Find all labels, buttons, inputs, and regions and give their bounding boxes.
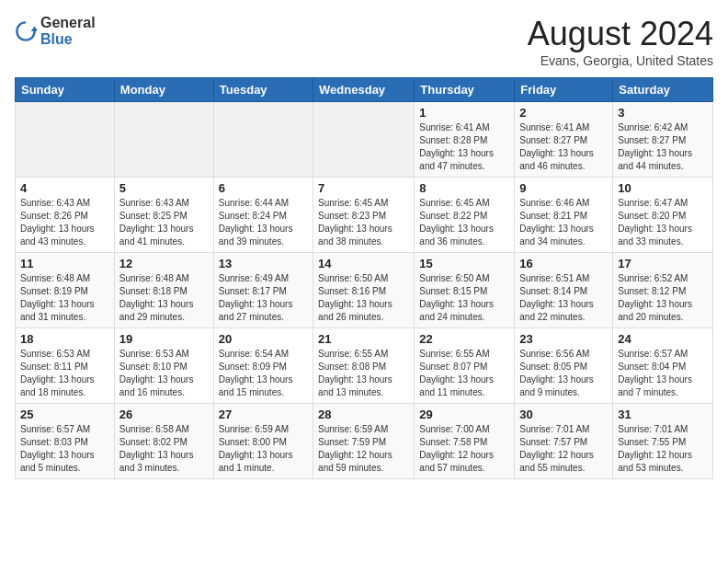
- day-info: Sunrise: 6:46 AMSunset: 8:21 PMDaylight:…: [519, 197, 608, 248]
- day-number: 26: [119, 408, 209, 421]
- day-info: Sunrise: 7:01 AMSunset: 7:57 PMDaylight:…: [519, 423, 608, 475]
- day-info: Sunrise: 6:43 AMSunset: 8:26 PMDaylight:…: [20, 197, 109, 248]
- day-number: 17: [618, 257, 708, 270]
- day-info: Sunrise: 6:57 AMSunset: 8:03 PMDaylight:…: [20, 423, 109, 475]
- day-info: Sunrise: 6:55 AMSunset: 8:08 PMDaylight:…: [318, 348, 409, 399]
- day-number: 12: [119, 257, 209, 270]
- calendar-week-row: 4Sunrise: 6:43 AMSunset: 8:26 PMDaylight…: [16, 178, 713, 253]
- calendar-cell: 11Sunrise: 6:48 AMSunset: 8:19 PMDayligh…: [16, 253, 115, 328]
- calendar-cell: 28Sunrise: 6:59 AMSunset: 7:59 PMDayligh…: [313, 404, 415, 479]
- day-number: 3: [618, 106, 708, 120]
- day-info: Sunrise: 6:53 AMSunset: 8:11 PMDaylight:…: [20, 348, 109, 399]
- day-number: 19: [119, 332, 209, 346]
- day-number: 22: [419, 332, 509, 346]
- day-info: Sunrise: 6:57 AMSunset: 8:04 PMDaylight:…: [618, 348, 708, 399]
- day-number: 11: [20, 257, 109, 270]
- day-number: 10: [618, 181, 708, 195]
- calendar-cell: 20Sunrise: 6:54 AMSunset: 8:09 PMDayligh…: [213, 328, 313, 404]
- month-title: August 2024: [528, 15, 713, 53]
- calendar-cell: 16Sunrise: 6:51 AMSunset: 8:14 PMDayligh…: [515, 253, 613, 328]
- calendar-cell: 7Sunrise: 6:45 AMSunset: 8:23 PMDaylight…: [313, 178, 415, 253]
- day-number: 23: [519, 332, 608, 346]
- calendar-cell: 23Sunrise: 6:56 AMSunset: 8:05 PMDayligh…: [515, 328, 613, 404]
- day-number: 13: [219, 257, 308, 270]
- calendar-cell: 19Sunrise: 6:53 AMSunset: 8:10 PMDayligh…: [114, 328, 213, 404]
- column-header-monday: Monday: [114, 78, 213, 102]
- calendar-cell: 25Sunrise: 6:57 AMSunset: 8:03 PMDayligh…: [16, 404, 115, 479]
- calendar-header-row: SundayMondayTuesdayWednesdayThursdayFrid…: [16, 78, 713, 102]
- calendar-cell: 12Sunrise: 6:48 AMSunset: 8:18 PMDayligh…: [114, 253, 213, 328]
- day-info: Sunrise: 6:43 AMSunset: 8:25 PMDaylight:…: [119, 197, 209, 248]
- calendar-cell: 29Sunrise: 7:00 AMSunset: 7:58 PMDayligh…: [415, 404, 515, 479]
- location: Evans, Georgia, United States: [528, 53, 713, 68]
- calendar-cell: 8Sunrise: 6:45 AMSunset: 8:22 PMDaylight…: [415, 178, 515, 253]
- day-info: Sunrise: 6:52 AMSunset: 8:12 PMDaylight:…: [618, 272, 708, 324]
- day-info: Sunrise: 6:45 AMSunset: 8:22 PMDaylight:…: [419, 197, 509, 248]
- day-number: 7: [318, 181, 409, 195]
- day-info: Sunrise: 6:50 AMSunset: 8:15 PMDaylight:…: [419, 272, 509, 324]
- calendar-week-row: 25Sunrise: 6:57 AMSunset: 8:03 PMDayligh…: [16, 404, 713, 479]
- calendar-cell: 18Sunrise: 6:53 AMSunset: 8:11 PMDayligh…: [16, 328, 115, 404]
- day-info: Sunrise: 6:45 AMSunset: 8:23 PMDaylight:…: [318, 197, 409, 248]
- calendar-cell: [16, 102, 115, 178]
- day-number: 14: [318, 257, 409, 270]
- calendar-cell: 10Sunrise: 6:47 AMSunset: 8:20 PMDayligh…: [613, 178, 713, 253]
- column-header-thursday: Thursday: [415, 78, 515, 102]
- calendar-week-row: 11Sunrise: 6:48 AMSunset: 8:19 PMDayligh…: [16, 253, 713, 328]
- calendar-cell: 30Sunrise: 7:01 AMSunset: 7:57 PMDayligh…: [515, 404, 613, 479]
- calendar-cell: 22Sunrise: 6:55 AMSunset: 8:07 PMDayligh…: [415, 328, 515, 404]
- calendar-week-row: 18Sunrise: 6:53 AMSunset: 8:11 PMDayligh…: [16, 328, 713, 404]
- calendar-cell: 15Sunrise: 6:50 AMSunset: 8:15 PMDayligh…: [415, 253, 515, 328]
- day-number: 1: [419, 106, 509, 120]
- day-info: Sunrise: 6:56 AMSunset: 8:05 PMDaylight:…: [519, 348, 608, 399]
- day-number: 5: [119, 181, 209, 195]
- day-info: Sunrise: 6:50 AMSunset: 8:16 PMDaylight:…: [318, 272, 409, 324]
- day-number: 31: [618, 408, 708, 421]
- day-number: 27: [219, 408, 308, 421]
- calendar-cell: 27Sunrise: 6:59 AMSunset: 8:00 PMDayligh…: [213, 404, 313, 479]
- day-number: 24: [618, 332, 708, 346]
- calendar-cell: 21Sunrise: 6:55 AMSunset: 8:08 PMDayligh…: [313, 328, 415, 404]
- day-info: Sunrise: 6:41 AMSunset: 8:28 PMDaylight:…: [419, 121, 509, 173]
- calendar-cell: [313, 102, 415, 178]
- day-number: 2: [519, 106, 608, 120]
- day-info: Sunrise: 6:58 AMSunset: 8:02 PMDaylight:…: [119, 423, 209, 475]
- calendar-cell: 9Sunrise: 6:46 AMSunset: 8:21 PMDaylight…: [515, 178, 613, 253]
- day-info: Sunrise: 6:48 AMSunset: 8:19 PMDaylight:…: [20, 272, 109, 324]
- day-number: 15: [419, 257, 509, 270]
- logo-text: General Blue: [40, 15, 96, 47]
- calendar-cell: 3Sunrise: 6:42 AMSunset: 8:27 PMDaylight…: [613, 102, 713, 178]
- svg-marker-0: [31, 26, 37, 31]
- day-number: 9: [519, 181, 608, 195]
- day-info: Sunrise: 6:44 AMSunset: 8:24 PMDaylight:…: [219, 197, 308, 248]
- day-info: Sunrise: 6:49 AMSunset: 8:17 PMDaylight:…: [219, 272, 308, 324]
- day-number: 25: [20, 408, 109, 421]
- calendar-cell: 26Sunrise: 6:58 AMSunset: 8:02 PMDayligh…: [114, 404, 213, 479]
- title-area: August 2024 Evans, Georgia, United State…: [528, 15, 713, 68]
- logo-icon: [15, 20, 37, 42]
- day-info: Sunrise: 6:48 AMSunset: 8:18 PMDaylight:…: [119, 272, 209, 324]
- logo-general: General: [40, 15, 96, 31]
- calendar-week-row: 1Sunrise: 6:41 AMSunset: 8:28 PMDaylight…: [16, 102, 713, 178]
- calendar-table: SundayMondayTuesdayWednesdayThursdayFrid…: [15, 77, 713, 479]
- logo: General Blue: [15, 15, 96, 47]
- calendar-cell: 1Sunrise: 6:41 AMSunset: 8:28 PMDaylight…: [415, 102, 515, 178]
- day-info: Sunrise: 6:54 AMSunset: 8:09 PMDaylight:…: [219, 348, 308, 399]
- day-info: Sunrise: 7:00 AMSunset: 7:58 PMDaylight:…: [419, 423, 509, 475]
- page-header: General Blue August 2024 Evans, Georgia,…: [15, 15, 713, 68]
- logo-blue: Blue: [40, 31, 96, 48]
- calendar-cell: 6Sunrise: 6:44 AMSunset: 8:24 PMDaylight…: [213, 178, 313, 253]
- column-header-sunday: Sunday: [16, 78, 115, 102]
- calendar-cell: 4Sunrise: 6:43 AMSunset: 8:26 PMDaylight…: [16, 178, 115, 253]
- day-number: 16: [519, 257, 608, 270]
- day-info: Sunrise: 6:53 AMSunset: 8:10 PMDaylight:…: [119, 348, 209, 399]
- calendar-cell: [114, 102, 213, 178]
- day-number: 8: [419, 181, 509, 195]
- day-info: Sunrise: 6:41 AMSunset: 8:27 PMDaylight:…: [519, 121, 608, 173]
- day-info: Sunrise: 6:59 AMSunset: 7:59 PMDaylight:…: [318, 423, 409, 475]
- calendar-cell: 2Sunrise: 6:41 AMSunset: 8:27 PMDaylight…: [515, 102, 613, 178]
- day-number: 6: [219, 181, 308, 195]
- day-info: Sunrise: 6:55 AMSunset: 8:07 PMDaylight:…: [419, 348, 509, 399]
- day-number: 30: [519, 408, 608, 421]
- calendar-cell: 24Sunrise: 6:57 AMSunset: 8:04 PMDayligh…: [613, 328, 713, 404]
